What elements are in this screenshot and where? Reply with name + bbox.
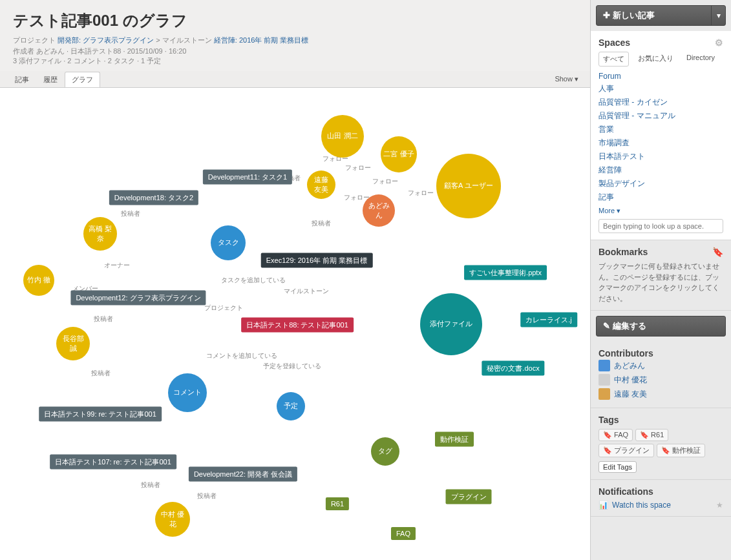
space-link[interactable]: 日本語テスト [599,150,723,163]
spaces-tab-all[interactable]: すべて [599,52,629,67]
graph-node[interactable]: 動作検証 [435,431,474,446]
spaces-tab-fav[interactable]: お気に入り [634,52,677,67]
graph-node[interactable]: 秘密の文書.docx [482,360,544,375]
graph-node[interactable]: コメント [168,373,207,412]
graph-node[interactable]: Development12: グラフ表示プラグイン [70,290,206,305]
graph-node[interactable]: 予定 [277,392,305,420]
graph-node[interactable]: Development11: タスク1 [203,169,292,184]
space-link[interactable]: 製品デザイン [599,177,723,191]
graph-node[interactable]: 顧客A ユーザー [436,154,501,218]
notifications-heading: Notifications [599,486,653,497]
show-dropdown[interactable]: Show ▾ [551,71,582,87]
tags-heading: Tags [599,415,619,425]
graph-node[interactable]: Exec129: 2016年 前期 業務目標 [261,253,373,267]
watch-space-link[interactable]: 📊 Watch this space ★ [599,501,723,510]
graph-node[interactable]: タグ [371,437,399,466]
graph-node[interactable]: R61 [326,497,349,510]
edge-label: 予定を登録している [263,362,321,371]
breadcrumb: プロジェクト 開発部: グラフ表示プラグイン > マイルストーン 経営陣: 20… [13,35,577,47]
contributor-row: 中村 優花 [599,373,723,387]
space-link[interactable]: 市場調査 [599,136,723,150]
graph-node[interactable]: 山田 潤二 [321,115,364,158]
chevron-down-icon[interactable]: ▾ [711,6,725,25]
edge-label: 投稿者 [141,481,160,490]
edge-label: コメントを追加している [206,351,277,360]
page-header: テスト記事001 のグラフ プロジェクト 開発部: グラフ表示プラグイン > マ… [0,0,590,71]
space-link[interactable]: 品質管理 - カイゼン [599,96,723,109]
edge-label: プロジェクト [204,304,243,313]
contributor-link[interactable]: 中村 優花 [614,375,647,386]
project-link[interactable]: 開発部: グラフ表示プラグイン [58,36,154,44]
tab-graph[interactable]: グラフ [65,72,100,87]
graph-node[interactable]: 中村 優花 [155,502,190,537]
graph-node[interactable]: 竹内 徹 [23,265,54,296]
graph-node[interactable]: タスク [211,225,246,260]
edge-label: フォロー [345,163,371,172]
graph-node[interactable]: 遠藤 友美 [307,171,335,199]
graph-node[interactable]: すごい仕事整理術.pptx [464,265,547,280]
space-link[interactable]: 経営陣 [599,163,723,177]
contributor-link[interactable]: あどみん [614,360,645,371]
edit-button[interactable]: ✎ 編集する [596,316,726,337]
new-article-button[interactable]: ✚ 新しい記事 ▾ [596,5,726,26]
spaces-tab-dir[interactable]: Directory [683,52,719,67]
avatar [599,360,610,371]
sidebar: ✚ 新しい記事 ▾ Spaces⚙ すべて お気に入り Directory Fo… [590,0,731,560]
page-title: テスト記事001 のグラフ [13,10,577,31]
graph-node[interactable]: カレーライス.j [520,312,577,327]
graph-node[interactable]: FAQ [391,527,416,540]
edge-label: フォロー [408,189,434,198]
space-link[interactable]: 記事 [599,191,723,204]
edge-label: 投稿者 [94,315,113,324]
edge-label: タスクを追加している [221,276,286,285]
contributor-link[interactable]: 遠藤 友美 [614,389,647,400]
graph-node[interactable]: 日本語テスト88: テスト記事001 [241,317,354,332]
space-link[interactable]: 人事 [599,82,723,96]
gear-icon[interactable]: ⚙ [715,37,723,48]
graph-node[interactable]: 日本語テスト107: re: テスト記事001 [50,454,176,469]
edge-label: 投稿者 [91,369,111,378]
contributors-heading: Contributors [599,348,653,358]
tag-chip[interactable]: 🔖 FAQ [599,429,633,441]
graph-edges [0,88,194,185]
space-search-input[interactable] [599,219,723,233]
tab-history[interactable]: 履歴 [36,72,65,87]
tag-chip[interactable]: 🔖 R61 [635,429,668,441]
graph-node[interactable]: Development18: タスク2 [109,190,198,205]
spaces-more-link[interactable]: More ▾ [599,207,620,215]
space-link[interactable]: 営業 [599,123,723,136]
bookmarks-heading: Bookmarks [599,247,648,257]
tag-chip[interactable]: 🔖 動作検証 [657,444,705,457]
tab-bar: 記事 履歴 グラフ Show ▾ [0,71,590,88]
author-meta: 作成者 あどみん · 日本語テスト88 · 2015/10/09 · 16:20 [13,47,577,56]
avatar [599,374,610,386]
bookmark-icon[interactable]: 🔖 [712,247,723,257]
graph-node[interactable]: プラグイン [446,489,492,504]
edge-label: オーナー [104,261,130,270]
graph-node[interactable]: あどみん [363,194,395,227]
avatar [599,388,610,400]
edge-label: 投稿者 [121,209,140,218]
tab-article[interactable]: 記事 [8,72,36,87]
milestone-link[interactable]: 経営陣: 2016年 前期 業務目標 [214,36,309,44]
graph-canvas[interactable]: タスクを追加しているコメントを追加している予定を登録しているマイルストーンプロジ… [0,88,590,553]
edge-label: マイルストーン [284,287,329,296]
graph-node[interactable]: 高橋 梨奈 [83,217,117,251]
stats-line: 3 添付ファイル · 2 コメント · 2 タスク · 1 予定 [13,56,577,66]
contributor-row: あどみん [599,358,723,373]
space-link[interactable]: Forum [599,70,723,82]
graph-node[interactable]: 添付ファイル [420,293,482,355]
edge-label: 投稿者 [312,219,331,228]
bookmarks-empty-text: ブックマークに何も登録されていません。このページを登録するには、ブックマークのア… [599,261,723,304]
space-link[interactable]: 品質管理 - マニュアル [599,109,723,123]
graph-node[interactable]: 長谷部 誠 [56,327,90,360]
graph-node[interactable]: 二宮 優子 [381,136,417,172]
graph-node[interactable]: 日本語テスト99: re: テスト記事001 [39,406,162,421]
edge-label: 投稿者 [197,492,217,501]
graph-node[interactable]: Development22: 開発者 仮会議 [189,466,297,481]
tag-chip[interactable]: 🔖 プラグイン [599,444,654,457]
edge-label: フォロー [372,177,398,186]
edit-tags-button[interactable]: Edit Tags [599,461,637,473]
spaces-heading: Spaces [599,37,630,48]
contributor-row: 遠藤 友美 [599,387,723,401]
